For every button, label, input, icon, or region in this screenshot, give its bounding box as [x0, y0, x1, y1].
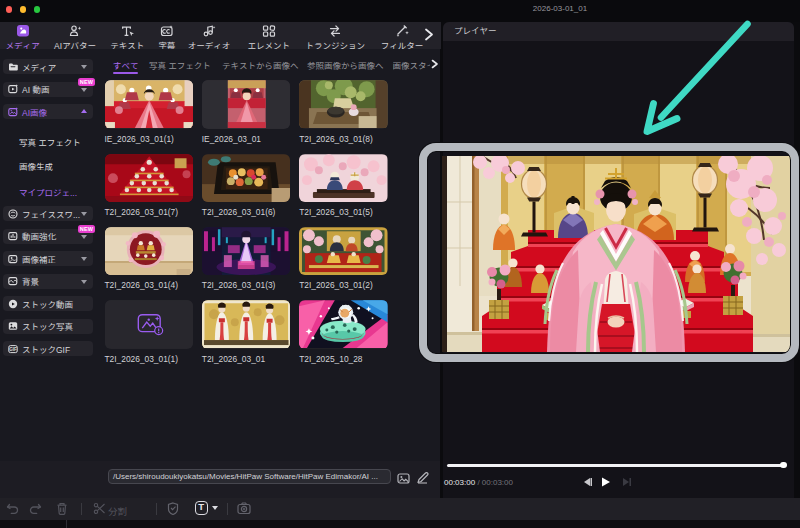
svg-text:GIF: GIF: [9, 347, 17, 352]
